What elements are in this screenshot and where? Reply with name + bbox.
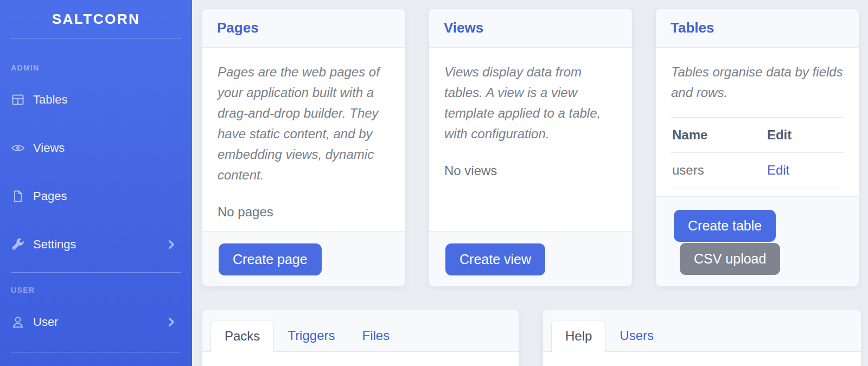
sidebar-item-settings[interactable]: Settings bbox=[0, 220, 192, 268]
help-tab-panel bbox=[543, 352, 861, 366]
tab-triggers[interactable]: Triggers bbox=[274, 320, 348, 351]
sidebar-item-label: Tables bbox=[33, 93, 68, 107]
main-content: Pages Pages are the web pages of your ap… bbox=[192, 0, 868, 366]
packs-triggers-files-card: Packs Triggers Files bbox=[202, 309, 519, 366]
sidebar-item-tables[interactable]: Tables bbox=[0, 75, 192, 124]
sidebar: SALTCORN ADMIN Tables Views Pages bbox=[0, 0, 192, 366]
tab-packs[interactable]: Packs bbox=[210, 320, 274, 352]
sidebar-divider bbox=[11, 272, 181, 273]
table-name-cell: users bbox=[671, 153, 766, 188]
tables-list: Name Edit users Edit bbox=[671, 117, 844, 188]
column-header-edit: Edit bbox=[766, 118, 844, 153]
pages-description: Pages are the web pages of your applicat… bbox=[218, 62, 390, 185]
create-table-button[interactable]: Create table bbox=[674, 210, 776, 242]
table-icon bbox=[11, 93, 25, 107]
tables-description: Tables organise data by fields and rows. bbox=[671, 62, 844, 103]
pages-card-title: Pages bbox=[202, 9, 405, 48]
sidebar-item-label: Pages bbox=[33, 189, 67, 203]
views-description: Views display data from tables. A view i… bbox=[444, 62, 617, 144]
wrench-icon bbox=[11, 237, 25, 252]
tab-users[interactable]: Users bbox=[606, 320, 667, 351]
sidebar-item-views[interactable]: Views bbox=[0, 124, 192, 172]
sidebar-divider bbox=[11, 38, 181, 38]
create-view-button[interactable]: Create view bbox=[445, 243, 545, 275]
packs-tab-panel bbox=[202, 352, 519, 366]
help-users-card: Help Users bbox=[542, 309, 861, 366]
sidebar-item-pages[interactable]: Pages bbox=[0, 172, 192, 220]
sidebar-section-user-label: USER bbox=[11, 286, 181, 294]
tab-files[interactable]: Files bbox=[349, 320, 404, 351]
eye-icon bbox=[11, 141, 25, 155]
column-header-name: Name bbox=[671, 118, 766, 153]
views-card: Views Views display data from tables. A … bbox=[429, 8, 633, 287]
tables-card: Tables Tables organise data by fields an… bbox=[655, 8, 859, 287]
sidebar-section-admin-label: ADMIN bbox=[11, 63, 181, 72]
chevron-right-icon bbox=[166, 239, 177, 250]
file-icon bbox=[11, 189, 25, 203]
sidebar-divider bbox=[11, 352, 181, 352]
chevron-right-icon bbox=[166, 317, 177, 328]
tables-card-title: Tables bbox=[656, 9, 859, 48]
views-card-title: Views bbox=[429, 9, 632, 48]
sidebar-item-label: User bbox=[33, 315, 58, 329]
sidebar-item-label: Settings bbox=[33, 237, 76, 252]
user-icon bbox=[11, 315, 25, 329]
app-logo[interactable]: SALTCORN bbox=[0, 0, 192, 38]
sidebar-item-label: Views bbox=[33, 141, 65, 155]
table-row: users Edit bbox=[671, 153, 844, 188]
create-page-button[interactable]: Create page bbox=[219, 243, 322, 275]
tab-help[interactable]: Help bbox=[551, 320, 606, 352]
pages-empty-message: No pages bbox=[218, 202, 390, 222]
sidebar-item-user[interactable]: User bbox=[0, 298, 192, 346]
pages-card: Pages Pages are the web pages of your ap… bbox=[202, 8, 406, 287]
csv-upload-button[interactable]: CSV upload bbox=[680, 243, 780, 275]
edit-table-link[interactable]: Edit bbox=[767, 163, 789, 177]
views-empty-message: No views bbox=[444, 160, 617, 181]
